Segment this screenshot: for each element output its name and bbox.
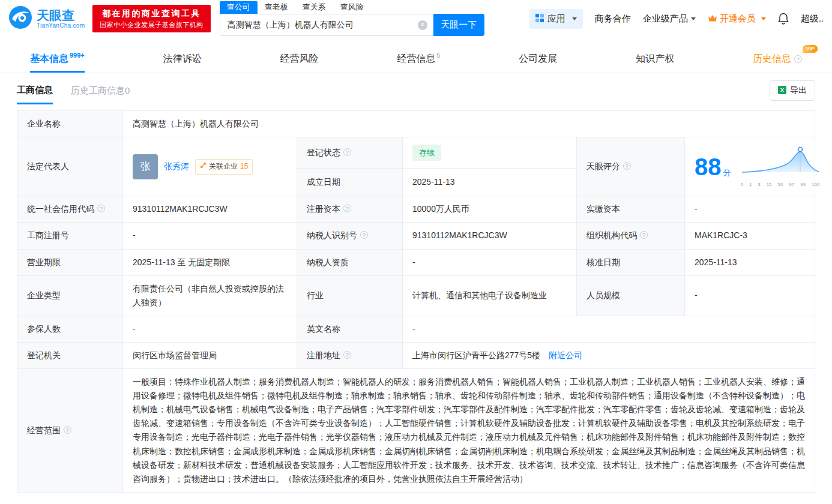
reg-address-label: 注册地址 <box>297 342 403 368</box>
credit-code-label: 统一社会信用代码 <box>17 196 123 223</box>
score-distribution-chart: 01315509799100 <box>741 145 820 188</box>
table-row: 工商注册号 - 纳税人识别号 91310112MAK1RCJC3W 组织机构代码… <box>17 223 815 249</box>
table-row: 登记机关 闵行区市场监督管理局 注册地址 上海市闵行区沪青平公路277号5楼 附… <box>17 342 815 368</box>
table-row: 法定代表人 张 张秀涛 关联企业 15 登记状态 <box>17 137 815 168</box>
logo-domain: TianYanCha.com <box>37 22 85 29</box>
reg-status-label: 登记状态 <box>297 137 403 168</box>
reg-authority-label: 登记机关 <box>17 342 123 368</box>
tianyan-score[interactable]: 88 分 <box>695 143 805 190</box>
english-name-label: 英文名称 <box>297 316 403 342</box>
taxpayer-quality-value: - <box>403 249 577 275</box>
approval-date-value: 2025-11-13 <box>685 249 815 275</box>
apps-button[interactable]: 应用 <box>529 9 583 29</box>
paid-capital-value: - <box>685 196 815 223</box>
company-name-label: 企业名称 <box>17 111 123 137</box>
score-chart-ticks: 01315509799100 <box>741 181 820 188</box>
tab-intellectual-property[interactable]: 知识产权 <box>636 45 674 73</box>
org-code-label: 组织机构代码 <box>577 223 685 249</box>
info-icon[interactable] <box>97 205 105 212</box>
search-tab-relation[interactable]: 查关系 <box>295 1 333 14</box>
search-box <box>220 14 433 36</box>
menu-business-cooperation[interactable]: 商务合作 <box>595 13 631 25</box>
credit-code-value: 91310112MAK1RCJC3W <box>123 196 297 223</box>
info-icon[interactable] <box>343 148 351 156</box>
staff-size-value: - <box>685 275 815 316</box>
table-row: 统一社会信用代码 91310112MAK1RCJC3W 注册资本 10000万人… <box>17 196 815 223</box>
search-tab-company[interactable]: 查公司 <box>220 1 258 14</box>
establish-date-value: 2025-11-13 <box>403 168 577 196</box>
table-row: 企业名称 高测智慧（上海）机器人有限公司 <box>17 111 815 137</box>
paid-capital-label: 实缴资本 <box>577 196 685 223</box>
nearby-companies-link[interactable]: 附近公司 <box>549 350 582 360</box>
business-scope-value: 一般项目：特殊作业机器人制造；服务消费机器人制造；智能机器人的研发；服务消费机器… <box>123 369 815 493</box>
org-code-value: MAK1RCJC-3 <box>685 223 815 249</box>
reg-address-cell: 上海市闵行区沪青平公路277号5楼 附近公司 <box>403 342 815 368</box>
tab-basic-info[interactable]: 基本信息 999+ <box>30 45 85 73</box>
info-icon[interactable] <box>794 55 802 63</box>
table-row: 参保人数 - 英文名称 - <box>17 316 815 342</box>
tab-operating-risk[interactable]: 经营风险 <box>280 45 318 73</box>
legal-rep-cell: 张 张秀涛 关联企业 15 <box>123 137 297 196</box>
search-button[interactable]: 天眼一下 <box>433 14 484 36</box>
business-scope-label: 经营范围 <box>17 369 123 493</box>
header-menu: 应用 商务合作 企业级产品 开通会员 超级.. <box>529 9 824 29</box>
reg-number-value: - <box>123 223 297 249</box>
reg-address-value: 上海市闵行区沪青平公路277号5楼 <box>412 350 540 360</box>
info-icon[interactable] <box>623 162 631 170</box>
menu-super-account[interactable]: 超级.. <box>801 13 824 25</box>
info-icon[interactable] <box>343 205 351 212</box>
crown-icon <box>708 14 717 24</box>
tianyancha-logo-icon <box>8 5 32 32</box>
search-tabs: 查公司 查老板 查关系 查风险 <box>220 1 484 14</box>
table-row: 营业期限 2025-11-13 至 无固定期限 纳税人资质 - 核准日期 202… <box>17 249 815 275</box>
promo-line2: 国家中小企业发展子基金旗下机构 <box>100 20 203 30</box>
tab-history-info[interactable]: 历史信息 VIP <box>753 45 802 73</box>
related-companies-count: 15 <box>240 161 248 173</box>
search-input[interactable] <box>220 14 433 35</box>
tab-count: 999+ <box>70 52 85 59</box>
legal-rep-link[interactable]: 张秀涛 <box>164 160 189 173</box>
clear-search-icon[interactable] <box>418 20 427 30</box>
insured-count-value: - <box>123 316 297 342</box>
tab-count: 0 <box>125 85 130 95</box>
tab-history-registration[interactable]: 历史工商信息0 <box>71 85 130 104</box>
menu-open-vip[interactable]: 开通会员 <box>708 13 766 25</box>
table-row: 经营范围 一般项目：特殊作业机器人制造；服务消费机器人制造；智能机器人的研发；服… <box>17 369 815 493</box>
score-cell: 88 分 <box>685 137 815 196</box>
tianyancha-logo[interactable]: 天眼查 TianYanCha.com <box>8 5 85 32</box>
table-row: 企业类型 有限责任公司（非自然人投资或控股的法人独资） 行业 计算机、通信和其他… <box>17 275 815 316</box>
related-companies-badge[interactable]: 关联企业 15 <box>195 159 253 175</box>
menu-enterprise-products[interactable]: 企业级产品 <box>643 13 696 25</box>
info-icon[interactable] <box>360 231 368 239</box>
related-companies-icon <box>200 161 206 173</box>
industry-value: 计算机、通信和其他电子设备制造业 <box>403 275 577 316</box>
search-tab-boss[interactable]: 查老板 <box>258 1 295 14</box>
staff-size-label: 人员规模 <box>577 275 685 316</box>
promo-line1: 都在用的商业查询工具 <box>100 7 203 20</box>
company-section-nav: 基本信息 999+ 法律诉讼 经营风险 经营信息 5 公司发展 知识产权 历史信… <box>0 45 832 73</box>
legal-rep-label: 法定代表人 <box>17 137 123 196</box>
reg-number-label: 工商注册号 <box>17 223 123 249</box>
info-icon[interactable] <box>64 426 71 434</box>
apps-grid-icon <box>535 14 544 24</box>
tab-company-development[interactable]: 公司发展 <box>519 45 557 73</box>
subnav: 工商信息 历史工商信息0 导出 <box>0 73 832 104</box>
search-tab-risk[interactable]: 查风险 <box>333 1 371 14</box>
score-unit: 分 <box>723 166 731 179</box>
tab-operating-info[interactable]: 经营信息 5 <box>397 45 440 73</box>
reg-capital-value: 10000万人民币 <box>403 196 577 223</box>
insured-count-label: 参保人数 <box>17 316 123 342</box>
legal-rep-avatar[interactable]: 张 <box>133 154 158 179</box>
reg-authority-value: 闵行区市场监督管理局 <box>123 342 297 368</box>
notification-bell-icon[interactable] <box>778 13 789 25</box>
status-badge: 存续 <box>412 145 441 161</box>
info-icon[interactable] <box>640 231 648 239</box>
tab-business-registration[interactable]: 工商信息 <box>17 85 53 104</box>
topbar: 天眼查 TianYanCha.com 都在用的商业查询工具 国家中小企业发展子基… <box>0 0 832 37</box>
industry-label: 行业 <box>297 275 403 316</box>
info-icon[interactable] <box>343 351 351 359</box>
tab-legal-proceedings[interactable]: 法律诉讼 <box>163 45 202 73</box>
export-button[interactable]: 导出 <box>770 80 815 101</box>
taxpayer-quality-label: 纳税人资质 <box>297 249 403 275</box>
business-term-label: 营业期限 <box>17 249 123 275</box>
